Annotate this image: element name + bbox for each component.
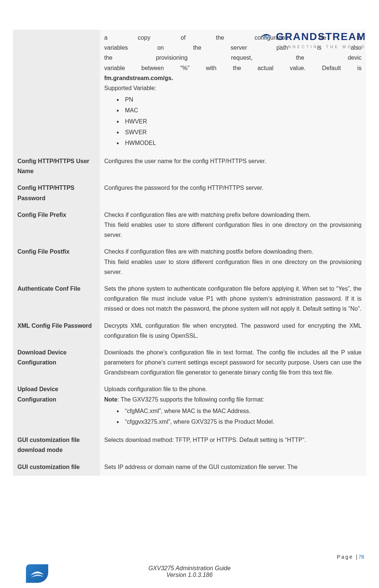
brand-name: GRANDSTREAM xyxy=(276,31,366,43)
config-server-path-line4: variable between “%” with the actual val… xyxy=(104,63,362,73)
row-desc-p2: This field enables user to store differe… xyxy=(104,220,362,240)
table-row: GUI customization file download mode Sel… xyxy=(13,432,366,459)
default-value: fm.grandstream.com/gs. xyxy=(104,75,173,81)
row-label: XML Config File Password xyxy=(13,318,100,344)
config-server-path-line3: the provisioning request, the devic xyxy=(104,53,362,63)
row-label: Config File Prefix xyxy=(13,207,100,244)
table-row: Authenticate Conf File Sets the phone sy… xyxy=(13,281,366,318)
row-label: Config File Postfix xyxy=(13,244,100,281)
table-row: Upload Device Configuration Uploads conf… xyxy=(13,381,366,432)
row-label: Authenticate Conf File xyxy=(13,281,100,318)
row-label: Upload Device Configuration xyxy=(13,381,100,432)
table-row: Download Device Configuration Downloads … xyxy=(13,344,366,381)
row-desc-note: Note: The GXV3275 supports the following… xyxy=(104,394,362,404)
row-desc-p1: Uploads configuration file to the phone. xyxy=(104,384,362,394)
list-item: HWVER xyxy=(123,116,362,126)
row-desc: Downloads the phone's configuration file… xyxy=(100,344,366,381)
list-item: PN xyxy=(123,95,362,105)
page-number: Page |78 xyxy=(337,554,364,560)
row-desc: Sets the phone system to authenticate co… xyxy=(100,281,366,318)
footer-badge-icon xyxy=(26,564,48,583)
row-label: Download Device Configuration xyxy=(13,344,100,381)
row-desc-p1: Checks if configuration files are with m… xyxy=(104,247,362,257)
page-footer: GXV3275 Administration Guide Version 1.0… xyxy=(0,565,379,578)
table-row: Config HTTP/HTTPS User Name Configures t… xyxy=(13,153,366,180)
supported-variable-label: Supported Variable: xyxy=(104,83,362,93)
table-row: Config File Prefix Checks if configurati… xyxy=(13,207,366,244)
row-label: GUI customization file download mode xyxy=(13,432,100,459)
list-item: “cfggvx3275.xml”, where GXV3275 is the P… xyxy=(123,417,362,427)
table-row: Config File Postfix Checks if configurat… xyxy=(13,244,366,281)
config-table: a copy of the configuration file to vari… xyxy=(13,30,366,476)
row-desc: Sets IP address or domain name of the GU… xyxy=(100,459,366,476)
row-desc: Decrypts XML configuration file when enc… xyxy=(100,318,366,344)
row-desc: Configures the user name for the config … xyxy=(100,153,366,180)
table-row: Config HTTP/HTTPS Password Configures th… xyxy=(13,180,366,207)
footer-version: Version 1.0.3.186 xyxy=(0,572,379,578)
logo-swoosh-icon xyxy=(259,30,273,44)
list-item: MAC xyxy=(123,105,362,115)
row-desc-p2: This field enables user to store differe… xyxy=(104,257,362,277)
row-label: GUI customization file xyxy=(13,459,100,476)
row-label: Config HTTP/HTTPS Password xyxy=(13,180,100,207)
footer-title: GXV3275 Administration Guide xyxy=(0,565,379,572)
list-item: HWMODEL xyxy=(123,138,362,148)
brand-tagline: CONNECTING THE WORLD xyxy=(259,44,366,49)
list-item: “cfgMAC.xml”, where MAC is the MAC Addre… xyxy=(123,406,362,416)
list-item: SWVER xyxy=(123,127,362,137)
row-desc: Configures the password for the config H… xyxy=(100,180,366,207)
row-label: Config HTTP/HTTPS User Name xyxy=(13,153,100,180)
brand-logo: GRANDSTREAM CONNECTING THE WORLD xyxy=(259,30,366,49)
row-desc: Selects download method: TFTP, HTTP or H… xyxy=(100,432,366,459)
table-row: XML Config File Password Decrypts XML co… xyxy=(13,318,366,344)
table-row: GUI customization file Sets IP address o… xyxy=(13,459,366,476)
row-desc-p1: Checks if configuration files are with m… xyxy=(104,210,362,220)
